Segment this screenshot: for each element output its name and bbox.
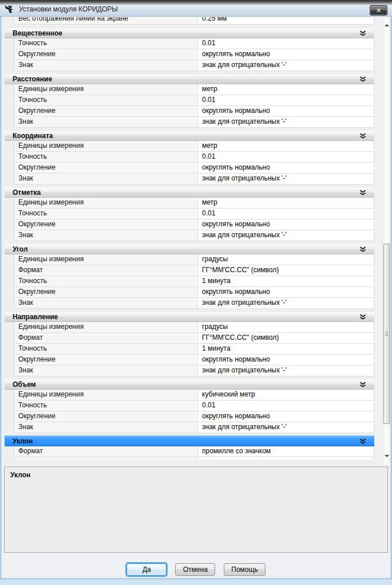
property-row[interactable]: Точность 0.01 bbox=[5, 95, 374, 106]
property-row[interactable]: Округление округлять нормально bbox=[5, 355, 374, 366]
property-value[interactable]: знак для отрицательных '-' bbox=[198, 366, 374, 376]
property-row[interactable]: Точность 0.01 bbox=[5, 38, 374, 49]
property-row[interactable]: Округление округлять нормально bbox=[5, 163, 374, 174]
section-title: Отметка bbox=[13, 189, 359, 197]
property-value[interactable]: 0.01 bbox=[198, 401, 374, 411]
collapse-double-chevron-icon[interactable] bbox=[359, 438, 366, 445]
property-row[interactable]: Единицы измерения градусы bbox=[5, 254, 374, 265]
collapse-double-chevron-icon[interactable] bbox=[359, 382, 366, 388]
property-row[interactable]: Точность 0.01 bbox=[5, 401, 374, 411]
property-value[interactable]: промилле со значком bbox=[198, 446, 374, 457]
property-label: Округление bbox=[14, 106, 198, 117]
property-section: Направление Единицы измерения градусы Фо… bbox=[5, 311, 374, 376]
property-row[interactable]: Знак знак для отрицательных '-' bbox=[5, 117, 374, 128]
property-row[interactable]: Точность 1 минута bbox=[5, 276, 374, 287]
section-header[interactable]: Угол bbox=[5, 244, 374, 254]
scroll-down-button[interactable] bbox=[383, 451, 391, 460]
vertical-scrollbar[interactable] bbox=[382, 17, 390, 465]
property-row[interactable]: Знак знак для отрицательных '-' bbox=[5, 298, 374, 309]
property-row[interactable]: Точность 0.01 bbox=[5, 152, 374, 163]
scrollbar-thumb[interactable] bbox=[383, 244, 390, 424]
section-header[interactable]: Вещественное bbox=[5, 28, 374, 38]
property-row[interactable]: Округление округлять нормально bbox=[5, 219, 374, 230]
property-value[interactable]: кубический метр bbox=[198, 390, 374, 401]
section-header[interactable]: Направление bbox=[5, 311, 374, 322]
collapse-double-chevron-icon[interactable] bbox=[359, 30, 366, 37]
property-label: Округление bbox=[14, 411, 198, 422]
collapse-double-chevron-icon[interactable] bbox=[359, 314, 366, 320]
cancel-button[interactable]: Отмена bbox=[175, 563, 215, 576]
property-row[interactable]: Вес отображения линий на экране 0.25 мм bbox=[5, 17, 374, 25]
help-button[interactable]: Помощь bbox=[224, 563, 265, 576]
ok-button[interactable]: Да bbox=[126, 563, 167, 576]
property-row[interactable]: Знак знак для отрицательных '-' bbox=[5, 422, 374, 433]
close-button[interactable]: ✕ bbox=[370, 5, 387, 15]
property-value[interactable]: округлять нормально bbox=[198, 287, 374, 298]
property-row[interactable]: Знак знак для отрицательных '-' bbox=[5, 60, 374, 71]
property-value[interactable]: округлять нормально bbox=[198, 106, 374, 117]
property-row[interactable]: Точность 1 минута bbox=[5, 344, 374, 355]
property-row[interactable]: Округление округлять нормально bbox=[5, 411, 374, 422]
property-label: Единицы измерения bbox=[14, 254, 198, 265]
property-value[interactable]: 0.01 bbox=[198, 38, 374, 49]
property-row[interactable]: Единицы измерения кубический метр bbox=[5, 390, 374, 401]
property-row[interactable]: Округление округлять нормально bbox=[5, 106, 374, 117]
property-row[interactable]: Единицы измерения метр bbox=[5, 84, 374, 95]
property-row[interactable]: Знак знак для отрицательных '-' bbox=[5, 366, 374, 376]
property-value[interactable]: округлять нормально bbox=[198, 219, 374, 230]
collapse-double-chevron-icon[interactable] bbox=[359, 190, 366, 196]
property-row[interactable]: Округление округлять нормально bbox=[5, 49, 374, 60]
property-row[interactable]: Знак знак для отрицательных '-' bbox=[5, 174, 374, 184]
property-label: Точность bbox=[14, 344, 198, 355]
section-header[interactable]: Координата bbox=[5, 130, 374, 141]
property-value[interactable]: знак для отрицательных '-' bbox=[198, 422, 374, 433]
property-value[interactable]: 0.01 bbox=[198, 95, 374, 106]
property-grid-viewport[interactable]: Вес отображения линий на экране 0.25 мм … bbox=[5, 17, 374, 465]
property-row[interactable]: Формат ГГ°ММ'СС.СС" (символ) bbox=[5, 265, 374, 276]
property-value[interactable]: градусы bbox=[198, 254, 374, 265]
property-section: Отметка Единицы измерения метр Точность … bbox=[5, 187, 374, 241]
property-value[interactable]: ГГ°ММ'СС.СС" (символ) bbox=[198, 333, 374, 344]
collapse-double-chevron-icon[interactable] bbox=[359, 133, 366, 139]
property-value[interactable]: 0.01 bbox=[198, 209, 374, 219]
property-value[interactable]: знак для отрицательных '-' bbox=[198, 298, 374, 309]
scrollbar-grip-icon bbox=[385, 332, 388, 336]
property-value[interactable]: 1 минута bbox=[198, 276, 374, 287]
property-value[interactable]: округлять нормально bbox=[198, 411, 374, 422]
property-value[interactable]: знак для отрицательных '-' bbox=[198, 230, 374, 241]
property-row[interactable]: Точность 0.01 bbox=[5, 209, 374, 219]
property-value[interactable]: знак для отрицательных '-' bbox=[198, 174, 374, 184]
property-value[interactable]: метр bbox=[198, 198, 374, 209]
property-value[interactable]: метр bbox=[198, 84, 374, 95]
titlebar[interactable]: Установки модуля КОРИДОРЫ ✕ bbox=[0, 0, 392, 17]
property-value[interactable]: 0.25 мм bbox=[198, 17, 374, 25]
property-row[interactable]: Знак знак для отрицательных '-' bbox=[5, 230, 374, 241]
window-border-bottom bbox=[0, 578, 392, 585]
property-value[interactable]: метр bbox=[198, 141, 374, 152]
property-value[interactable]: градусы bbox=[198, 322, 374, 333]
settings-dialog: Установки модуля КОРИДОРЫ ✕ Вес отображе… bbox=[0, 0, 392, 585]
property-row[interactable]: Формат ГГ°ММ'СС.СС" (символ) bbox=[5, 333, 374, 344]
property-row[interactable]: Единицы измерения метр bbox=[5, 198, 374, 209]
property-value[interactable]: 0.01 bbox=[198, 152, 374, 163]
property-row[interactable]: Единицы измерения метр bbox=[5, 141, 374, 152]
section-title: Расстояние bbox=[13, 75, 359, 83]
section-header[interactable]: Отметка bbox=[5, 187, 374, 198]
section-header[interactable]: Расстояние bbox=[5, 73, 374, 84]
property-value[interactable]: округлять нормально bbox=[198, 355, 374, 366]
property-row[interactable]: Единицы измерения градусы bbox=[5, 322, 374, 333]
scroll-up-button[interactable] bbox=[383, 21, 391, 29]
collapse-double-chevron-icon[interactable] bbox=[359, 246, 366, 253]
section-header[interactable]: Объем bbox=[5, 379, 374, 390]
collapse-double-chevron-icon[interactable] bbox=[359, 76, 366, 83]
property-value[interactable]: 1 минута bbox=[198, 344, 374, 355]
property-value[interactable]: округлять нормально bbox=[198, 163, 374, 174]
property-value[interactable]: ГГ°ММ'СС.СС" (символ) bbox=[198, 265, 374, 276]
property-row[interactable]: Округление округлять нормально bbox=[5, 287, 374, 298]
property-value[interactable]: округлять нормально bbox=[198, 49, 374, 60]
property-row[interactable]: Формат промилле со значком bbox=[5, 446, 374, 457]
property-value[interactable]: знак для отрицательных '-' bbox=[198, 117, 374, 128]
property-label: Знак bbox=[14, 174, 198, 184]
section-header[interactable]: Уклон bbox=[5, 435, 374, 446]
property-value[interactable]: знак для отрицательных '-' bbox=[198, 60, 374, 71]
